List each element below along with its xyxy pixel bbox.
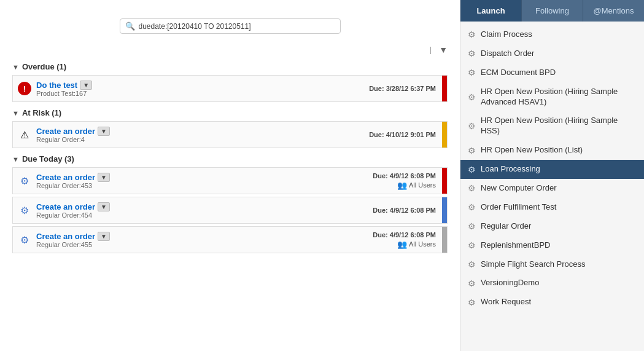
gear-icon: ⚙ — [468, 121, 476, 131]
left-panel: 🔍 | ▼ ▼Overdue (1)!Do the test▼Product T… — [0, 0, 460, 351]
item-label: HR Open New Position (List) — [481, 145, 637, 156]
item-label: HR Open New Position (Hiring Sample Adva… — [481, 87, 637, 108]
gear-icon: ⚙ — [468, 202, 476, 212]
due-date: Due: 4/9/12 6:08 PM — [373, 207, 436, 214]
item-label: New Computer Order — [481, 183, 637, 194]
right-item-hr-hiring-list[interactable]: ⚙HR Open New Position (List) — [460, 141, 644, 160]
due-date: Due: 4/10/12 9:01 PM — [369, 131, 436, 138]
due-date: Due: 3/28/12 6:37 PM — [369, 85, 436, 92]
section-label: At Risk (1) — [22, 108, 61, 117]
gear-icon: ⚙ — [468, 298, 476, 307]
task-dropdown-btn[interactable]: ▼ — [98, 127, 110, 136]
gear-icon: ⚙ — [468, 259, 476, 269]
right-item-work-request[interactable]: ⚙Work Request — [460, 293, 644, 312]
item-label: VersioningDemo — [481, 278, 637, 288]
right-item-versioning[interactable]: ⚙VersioningDemo — [460, 274, 644, 293]
task-right: Due: 3/28/12 6:37 PM — [369, 85, 436, 92]
task-name-link[interactable]: Do the test▼ — [36, 81, 369, 90]
link-separator: | — [430, 45, 432, 54]
task-info: Create an order▼Regular Order:455 — [36, 232, 373, 248]
task-card: ⚙Create an order▼Regular Order:453Due: 4… — [12, 167, 448, 194]
section-triangle: ▼ — [12, 63, 19, 71]
gear-icon: ⚙ — [468, 165, 476, 175]
task-info: Create an order▼Regular Order:4 — [36, 127, 369, 143]
side-indicator — [442, 168, 447, 194]
section-header-atrisk[interactable]: ▼At Risk (1) — [12, 108, 448, 117]
task-card: ⚠Create an order▼Regular Order:4Due: 4/1… — [12, 121, 448, 148]
right-item-replenishment[interactable]: ⚙ReplenishmentBPD — [460, 236, 644, 255]
task-card: ⚙Create an order▼Regular Order:454Due: 4… — [12, 197, 448, 224]
tab-following[interactable]: Following — [522, 0, 583, 22]
right-tabs: LaunchFollowing@Mentions — [460, 0, 644, 22]
task-info: Create an order▼Regular Order:454 — [36, 202, 373, 219]
task-right: Due: 4/10/12 9:01 PM — [369, 131, 436, 138]
task-sub: Regular Order:4 — [36, 136, 369, 143]
search-input[interactable] — [139, 22, 335, 31]
item-label: HR Open New Position (Hiring Sample HSS) — [481, 116, 637, 136]
task-sub: Regular Order:453 — [36, 182, 373, 189]
section-header-overdue[interactable]: ▼Overdue (1) — [12, 62, 448, 71]
section-label: Due Today (3) — [22, 154, 74, 164]
all-users-label: 👥 All Users — [397, 181, 436, 190]
task-sub: Regular Order:455 — [36, 241, 373, 248]
section-overdue: ▼Overdue (1)!Do the test▼Product Test:16… — [12, 62, 448, 102]
item-label: Regular Order — [481, 221, 637, 232]
right-item-claim-process[interactable]: ⚙Claim Process — [460, 25, 644, 44]
task-name-link[interactable]: Create an order▼ — [36, 127, 369, 136]
task-card: ⚙Create an order▼Regular Order:455Due: 4… — [12, 226, 448, 253]
section-label: Overdue (1) — [22, 62, 66, 71]
right-item-hr-hiring-hss[interactable]: ⚙HR Open New Position (Hiring Sample HSS… — [460, 111, 644, 141]
gear-icon: ⚙ — [468, 183, 476, 193]
task-dropdown-btn[interactable]: ▼ — [98, 202, 110, 211]
task-name-link[interactable]: Create an order▼ — [36, 232, 373, 241]
gear-icon: ⚙ — [468, 49, 476, 58]
right-item-loan-processing[interactable]: ⚙Loan Processing — [460, 160, 644, 179]
right-item-hr-hiring-adv[interactable]: ⚙HR Open New Position (Hiring Sample Adv… — [460, 82, 644, 112]
gear-icon: ⚙ — [468, 146, 476, 156]
users-icon: 👥 — [397, 240, 407, 249]
right-item-simple-flight[interactable]: ⚙Simple Flight Search Process — [460, 255, 644, 274]
tasks-dropdown-icon[interactable]: ▼ — [439, 45, 448, 55]
task-sub: Product Test:167 — [36, 90, 369, 97]
task-name-link[interactable]: Create an order▼ — [36, 202, 373, 211]
right-panel: LaunchFollowing@Mentions ⚙Claim Process⚙… — [460, 0, 644, 351]
task-right: Due: 4/9/12 6:08 PM👥 All Users — [373, 231, 436, 249]
gear-task-icon: ⚙ — [18, 233, 31, 246]
task-dropdown-btn[interactable]: ▼ — [98, 232, 110, 241]
right-item-dispatch-order[interactable]: ⚙Dispatch Order — [460, 44, 644, 63]
right-item-regular-order[interactable]: ⚙Regular Order — [460, 217, 644, 236]
task-links: | ▼ — [12, 45, 448, 55]
gear-task-icon: ⚙ — [18, 174, 31, 187]
side-indicator — [442, 122, 447, 148]
tab-mentions[interactable]: @Mentions — [583, 0, 644, 22]
sections-container: ▼Overdue (1)!Do the test▼Product Test:16… — [12, 62, 448, 259]
task-right: Due: 4/9/12 6:08 PM👥 All Users — [373, 172, 436, 190]
task-dropdown-btn[interactable]: ▼ — [98, 173, 110, 182]
item-label: ECM Document BPD — [481, 68, 637, 78]
task-info: Create an order▼Regular Order:453 — [36, 173, 373, 189]
gear-icon: ⚙ — [468, 240, 476, 250]
item-label: ReplenishmentBPD — [481, 240, 637, 251]
task-dropdown-btn[interactable]: ▼ — [80, 81, 92, 90]
task-name-link[interactable]: Create an order▼ — [36, 173, 373, 182]
right-item-order-fulfillment[interactable]: ⚙Order Fulfillment Test — [460, 198, 644, 217]
due-date: Due: 4/9/12 6:08 PM — [373, 172, 436, 179]
gear-icon: ⚙ — [468, 221, 476, 231]
item-label: Simple Flight Search Process — [481, 259, 637, 270]
gear-icon: ⚙ — [468, 278, 476, 288]
gear-task-icon: ⚙ — [18, 203, 31, 217]
tab-launch[interactable]: Launch — [460, 0, 522, 22]
gear-icon: ⚙ — [468, 92, 476, 102]
section-duetoday: ▼Due Today (3)⚙Create an order▼Regular O… — [12, 154, 448, 253]
section-triangle: ▼ — [12, 109, 19, 117]
side-indicator — [442, 197, 447, 223]
gear-icon: ⚙ — [468, 68, 476, 77]
section-header-duetoday[interactable]: ▼Due Today (3) — [12, 154, 448, 164]
right-item-new-computer[interactable]: ⚙New Computer Order — [460, 179, 644, 198]
right-item-ecm-document[interactable]: ⚙ECM Document BPD — [460, 63, 644, 82]
task-right: Due: 4/9/12 6:08 PM — [373, 207, 436, 214]
search-bar-container: 🔍 — [120, 18, 341, 34]
section-triangle: ▼ — [12, 156, 19, 163]
all-users-label: 👥 All Users — [397, 240, 436, 249]
item-label: Order Fulfillment Test — [481, 202, 637, 213]
